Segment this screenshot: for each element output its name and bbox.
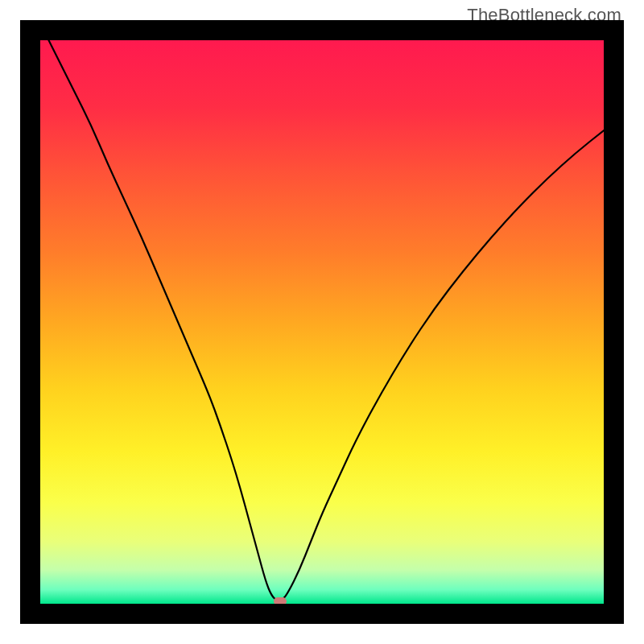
plot-area (40, 40, 604, 604)
chart-svg (40, 40, 604, 604)
gradient-background (40, 40, 604, 604)
chart-frame (20, 20, 624, 624)
chart-container: TheBottleneck.com (0, 0, 644, 644)
minimum-marker (274, 597, 287, 605)
